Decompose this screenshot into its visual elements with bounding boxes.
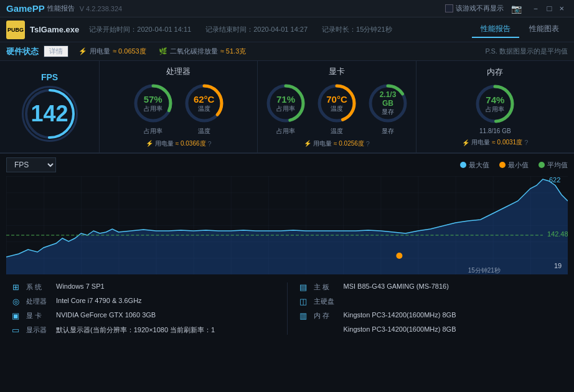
gpu-power-icon: ⚡ bbox=[304, 140, 311, 147]
co2-label: 二氧化碳排放量 bbox=[170, 47, 218, 56]
cpu-temp-gauge: 62°C 温度 温度 bbox=[182, 81, 227, 136]
cpu-val: Intel Core i7 4790 & 3.6GHz bbox=[56, 297, 142, 304]
power-icon: ⚡ bbox=[78, 47, 87, 55]
record-duration: 记录时长：15分钟21秒 bbox=[322, 26, 392, 33]
processor-block: 处理器 57% 占用率 占用率 bbox=[100, 61, 258, 152]
sysinfo-monitor-row: ▭ 显示器 默认显示器(当前分辨率：1920×1080 当前刷新率：1 bbox=[10, 325, 277, 335]
mb-key: 主 板 bbox=[314, 282, 339, 292]
gpu-temp-sublabel: 温度 bbox=[331, 127, 343, 136]
no-show-label: 该游戏不再显示 bbox=[456, 4, 504, 13]
system-icon: ⊞ bbox=[10, 282, 21, 292]
cpu-temp-sublabel: 温度 bbox=[198, 127, 210, 136]
mem-usage-gauge: 74% 占用率 11.8/16 GB bbox=[473, 82, 517, 134]
sysinfo-hdd-row: ◫ 主硬盘 bbox=[298, 297, 565, 306]
cpu-usage-pct: 57% bbox=[144, 93, 162, 104]
game-icon: PUBG bbox=[6, 21, 25, 39]
cpu-power-help[interactable]: ? bbox=[208, 140, 212, 147]
mb-icon: ▤ bbox=[298, 282, 309, 292]
sysinfo-ram-row1: ▥ 内 存 Kingston PC3-14200(1600MHz) 8GB bbox=[298, 311, 565, 320]
gpu-mem-label: 显存 bbox=[377, 108, 399, 116]
co2-icon: 🌿 bbox=[159, 47, 167, 55]
chart-metric-select[interactable]: FPS bbox=[6, 157, 56, 172]
cpu-usage-sublabel: 占用率 bbox=[144, 127, 162, 136]
mem-gb-sublabel: 11.8/16 GB bbox=[479, 128, 511, 134]
no-show-checkbox[interactable] bbox=[445, 4, 453, 12]
legend-min: 最小值 bbox=[499, 161, 529, 170]
gpu-mem-gauge: 2.1/3 GB 显存 显存 bbox=[365, 81, 410, 136]
legend-max-label: 最大值 bbox=[469, 161, 489, 170]
legend-max: 最大值 bbox=[460, 161, 489, 170]
tab-performance-chart[interactable]: 性能图表 bbox=[520, 21, 568, 38]
logo-pp: PP bbox=[32, 3, 45, 14]
ram-val2: Kingston PC3-14200(1600MHz) 8GB bbox=[344, 325, 456, 333]
gpu-temp-gauge: 70°C 温度 温度 bbox=[314, 81, 359, 136]
gpu-icon: ▣ bbox=[10, 311, 21, 320]
ram-val1: Kingston PC3-14200(1600MHz) 8GB bbox=[344, 311, 456, 319]
app-logo: GamePP bbox=[6, 3, 45, 14]
cpu-usage-gauge: 57% 占用率 占用率 bbox=[131, 81, 176, 136]
tab-performance-report[interactable]: 性能报告 bbox=[472, 21, 519, 38]
hw-detail-button[interactable]: 详情 bbox=[44, 45, 68, 57]
cpu-power-label: 用电量 bbox=[155, 139, 174, 148]
mem-usage-pct: 74% bbox=[486, 95, 504, 105]
camera-icon[interactable]: 📷 bbox=[511, 4, 522, 14]
sysinfo-ram-row2: Kingston PC3-14200(1600MHz) 8GB bbox=[298, 325, 565, 333]
sysinfo-left: ⊞ 系 统 Windows 7 SP1 ◎ 处理器 Intel Core i7 … bbox=[10, 282, 277, 335]
svg-text:19: 19 bbox=[554, 262, 562, 269]
maximize-button[interactable]: □ bbox=[543, 4, 556, 13]
bottom-info: ⊞ 系 统 Windows 7 SP1 ◎ 处理器 Intel Core i7 … bbox=[0, 278, 574, 340]
record-start: 记录开始时间：2020-04-01 14:11 bbox=[89, 26, 191, 33]
hw-note: P.S. 数据图显示的是平均值 bbox=[486, 47, 568, 56]
mb-val: MSI B85-G43 GAMING (MS-7816) bbox=[344, 282, 449, 290]
legend-avg-dot bbox=[539, 162, 545, 168]
chart-area: 622 142.48 19 15分钟21秒 bbox=[6, 176, 568, 274]
mem-power-help[interactable]: ? bbox=[524, 139, 528, 146]
nav-tabs: 性能报告 性能图表 bbox=[472, 21, 568, 38]
close-button[interactable]: × bbox=[555, 4, 568, 13]
mem-power-icon: ⚡ bbox=[462, 139, 469, 146]
version-label: V 4.2.238.324 bbox=[80, 5, 123, 12]
sysinfo-mb-row: ▤ 主 板 MSI B85-G43 GAMING (MS-7816) bbox=[298, 282, 565, 292]
minimize-button[interactable]: － bbox=[528, 3, 543, 14]
svg-text:15分钟21秒: 15分钟21秒 bbox=[468, 267, 501, 274]
cpu-key: 处理器 bbox=[26, 297, 51, 306]
gamebar: PUBG TslGame.exe 记录开始时间：2020-04-01 14:11… bbox=[0, 17, 574, 42]
svg-point-17 bbox=[396, 253, 402, 259]
gpu-power-line: ⚡ 用电量 ≈ 0.0256度 ? bbox=[304, 139, 370, 148]
co2-value: ≈ 51.3克 bbox=[220, 47, 247, 56]
chart-legend: 最大值 最小值 平均值 bbox=[460, 161, 568, 170]
hw-title: 硬件状态 bbox=[6, 46, 39, 57]
ram-icon: ▥ bbox=[298, 311, 309, 320]
memory-title: 内存 bbox=[487, 67, 503, 78]
no-show-option[interactable]: 该游戏不再显示 bbox=[445, 4, 504, 13]
hdd-key: 主硬盘 bbox=[314, 297, 339, 306]
gpu-block: 显卡 71% 占用率 占用率 bbox=[258, 61, 416, 152]
chart-svg: 622 142.48 19 15分钟21秒 bbox=[6, 176, 568, 274]
fps-block: FPS 142 bbox=[0, 61, 100, 152]
processor-title: 处理器 bbox=[166, 66, 191, 77]
cpu-power-line: ⚡ 用电量 ≈ 0.0366度 ? bbox=[146, 139, 212, 148]
gpu-usage-gauge: 71% 占用率 占用率 bbox=[263, 81, 308, 136]
power-label: 用电量 bbox=[90, 47, 110, 56]
legend-min-label: 最小值 bbox=[508, 161, 529, 170]
sysinfo-gpu-row: ▣ 显 卡 NVIDIA GeForce GTX 1060 3GB bbox=[10, 311, 277, 320]
mem-power-line: ⚡ 用电量 ≈ 0.0031度 ? bbox=[462, 138, 528, 147]
memory-block: 内存 74% 占用率 11.8/16 GB ⚡ 用电量 ≈ 0.0 bbox=[416, 61, 574, 152]
titlebar: GamePP 性能报告 V 4.2.238.324 该游戏不再显示 📷 － □ … bbox=[0, 0, 574, 17]
mem-power-label: 用电量 bbox=[471, 138, 490, 147]
gpu-val: NVIDIA GeForce GTX 1060 3GB bbox=[56, 311, 156, 319]
info-divider bbox=[287, 282, 288, 335]
gpu-power-label: 用电量 bbox=[313, 139, 332, 148]
fps-circle: 142 bbox=[22, 86, 78, 142]
legend-max-dot bbox=[460, 162, 466, 168]
monitor-key: 显示器 bbox=[26, 325, 51, 335]
gpu-temp-val: 70°C bbox=[326, 93, 347, 104]
legend-avg-label: 平均值 bbox=[547, 161, 568, 170]
legend-avg: 平均值 bbox=[539, 161, 568, 170]
gpu-power-help[interactable]: ? bbox=[366, 140, 370, 147]
monitor-icon: ▭ bbox=[10, 325, 21, 335]
cpu-temp-val: 62°C bbox=[194, 93, 215, 104]
cpu-icon: ◎ bbox=[10, 297, 21, 306]
gpu-title: 显卡 bbox=[329, 66, 345, 77]
cpu-temp-label: 温度 bbox=[194, 104, 215, 113]
